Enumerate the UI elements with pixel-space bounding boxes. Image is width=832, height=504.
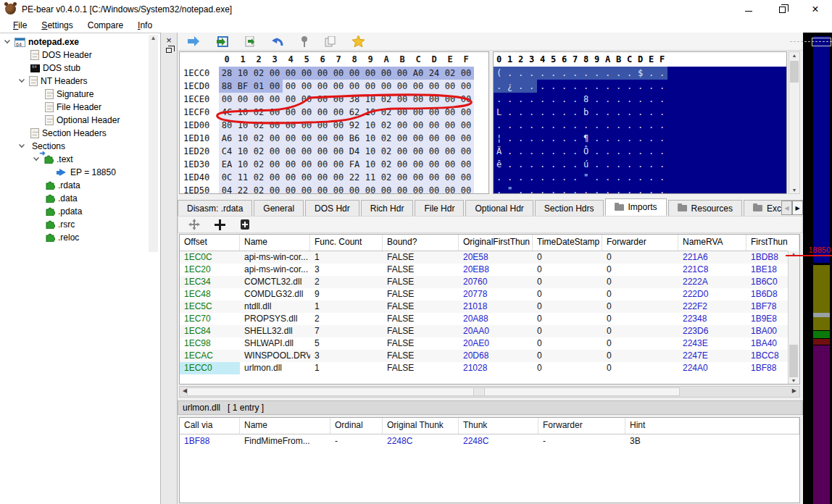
hex-byte[interactable]: 00	[410, 158, 426, 171]
hex-byte[interactable]: 00	[394, 93, 410, 106]
ascii-char[interactable]: ¶	[581, 132, 591, 145]
imports-col-timedatestamp[interactable]: TimeDateStamp	[533, 235, 602, 251]
imports-cell[interactable]: 1EC84	[180, 325, 240, 337]
hex-byte[interactable]: 00	[410, 80, 426, 93]
hex-byte[interactable]: 00	[315, 132, 330, 145]
hex-byte[interactable]: 00	[330, 106, 346, 119]
move-icon[interactable]	[188, 219, 200, 230]
hex-byte[interactable]: 00	[283, 171, 299, 184]
hex-byte[interactable]: 00	[315, 158, 330, 171]
tab-disasm-rdata[interactable]: Disasm: .rdata	[178, 200, 252, 216]
ascii-char[interactable]: .	[581, 184, 591, 194]
ascii-char[interactable]: ê	[494, 158, 504, 171]
hex-byte[interactable]: 00	[426, 93, 442, 106]
ascii-char[interactable]: .	[657, 145, 667, 158]
ascii-char[interactable]: .	[504, 145, 515, 158]
ascii-char[interactable]: .	[570, 93, 581, 106]
imports-row[interactable]: 1EC70PROPSYS.dll2FALSE20A8800223481B9E8	[180, 313, 799, 325]
ascii-char[interactable]: .	[559, 132, 570, 145]
ascii-char[interactable]: .	[570, 132, 581, 145]
hex-byte[interactable]: 00	[346, 184, 362, 194]
hex-byte[interactable]: 00	[346, 80, 362, 93]
hex-row[interactable]: 1ED400C110200000000002211020000000000	[180, 171, 488, 184]
tab-dos-hdr[interactable]: DOS Hdr	[305, 200, 359, 216]
ascii-char[interactable]: .	[570, 67, 581, 80]
hex-byte[interactable]: EA	[219, 158, 235, 171]
ascii-char[interactable]: .	[537, 67, 548, 80]
menu-item-info[interactable]: Info	[130, 19, 159, 32]
hex-byte[interactable]: 00	[458, 67, 474, 80]
close-button[interactable]: ×	[799, 0, 832, 18]
hex-byte[interactable]: 00	[442, 106, 458, 119]
hex-byte[interactable]: 38	[346, 93, 362, 106]
hex-byte[interactable]: 02	[251, 132, 267, 145]
hex-byte[interactable]: 00	[426, 145, 442, 158]
imports-cell[interactable]: 0	[602, 337, 678, 350]
dock-close-icon[interactable]: ×	[161, 35, 177, 46]
tree-item-sections[interactable]: Sections	[0, 140, 160, 153]
imports-cell[interactable]: 1ECAC	[180, 350, 240, 362]
detail-cell[interactable]: 3B	[625, 434, 799, 448]
ascii-char[interactable]: .	[646, 184, 657, 194]
imports-cell[interactable]: 20A88	[459, 313, 533, 325]
hex-byte[interactable]: 00	[458, 106, 474, 119]
ascii-char[interactable]: .	[548, 132, 559, 145]
hex-byte[interactable]: 00	[299, 158, 315, 171]
ascii-char[interactable]: .	[570, 184, 581, 194]
hex-byte[interactable]: 02	[251, 158, 267, 171]
pin-icon[interactable]	[300, 36, 309, 47]
ascii-char[interactable]: .	[526, 145, 537, 158]
imports-cell[interactable]: 22348	[678, 313, 746, 325]
imports-cell[interactable]: api-ms-win-cor...	[240, 251, 310, 264]
imports-cell[interactable]: 1EC20	[180, 264, 240, 276]
hex-byte[interactable]: 00	[442, 184, 458, 194]
hex-byte[interactable]: 00	[267, 184, 283, 194]
imports-col-namerva[interactable]: NameRVA	[678, 235, 746, 251]
hex-byte[interactable]: 62	[346, 106, 362, 119]
imports-cell[interactable]: 0	[602, 276, 678, 288]
restore-button[interactable]	[765, 0, 799, 18]
ascii-char[interactable]: .	[635, 93, 646, 106]
hex-byte[interactable]: 00	[299, 184, 315, 194]
imports-cell[interactable]: 0	[602, 313, 678, 325]
imports-cell[interactable]: 3	[310, 264, 383, 276]
expander-chevron-icon[interactable]	[33, 155, 39, 161]
ascii-row[interactable]: ."..............	[494, 184, 786, 194]
hex-byte[interactable]: 00	[330, 80, 346, 93]
hex-byte[interactable]: 02	[251, 171, 267, 184]
ascii-char[interactable]: 8	[581, 93, 591, 106]
imports-cell[interactable]: 0	[602, 325, 678, 337]
imports-col-func-count[interactable]: Func. Count	[310, 235, 383, 251]
ascii-char[interactable]: .	[559, 67, 570, 80]
ascii-char[interactable]: .	[504, 93, 515, 106]
imports-cell[interactable]: FALSE	[383, 251, 459, 264]
ascii-char[interactable]: .	[635, 132, 646, 145]
hex-byte[interactable]: 00	[330, 184, 346, 194]
ascii-char[interactable]: L	[494, 106, 504, 119]
imports-cell[interactable]: 20EB8	[459, 264, 533, 276]
hex-byte[interactable]: 00	[283, 132, 299, 145]
ascii-char[interactable]: .	[624, 158, 635, 171]
hex-byte[interactable]: 00	[267, 106, 283, 119]
tree-item-dos-header[interactable]: DOS Header	[0, 49, 160, 62]
ascii-char[interactable]: ¦	[494, 132, 504, 145]
detail-col-call-via[interactable]: Call via	[180, 418, 240, 434]
hex-byte[interactable]: 00	[410, 106, 426, 119]
minimize-button[interactable]	[732, 0, 765, 18]
ascii-char[interactable]: .	[613, 184, 624, 194]
hex-byte[interactable]: 88	[219, 80, 235, 93]
ascii-char[interactable]: .	[602, 106, 613, 119]
hex-byte[interactable]: 00	[378, 67, 394, 80]
imports-cell[interactable]: FALSE	[383, 325, 459, 337]
ascii-char[interactable]: Ä	[494, 145, 504, 158]
ascii-char[interactable]: .	[635, 158, 646, 171]
ascii-char[interactable]: .	[537, 171, 548, 184]
imports-cell[interactable]: 0	[533, 362, 602, 374]
ascii-char[interactable]: .	[559, 80, 570, 93]
imports-cell[interactable]: FALSE	[383, 313, 459, 325]
file-layout-strip[interactable]: 18850	[803, 33, 832, 504]
tree-scrollbar[interactable]: ▲	[149, 35, 158, 252]
ascii-char[interactable]: .	[548, 67, 559, 80]
hex-byte[interactable]: 04	[219, 184, 235, 194]
hex-byte[interactable]: 00	[458, 132, 474, 145]
